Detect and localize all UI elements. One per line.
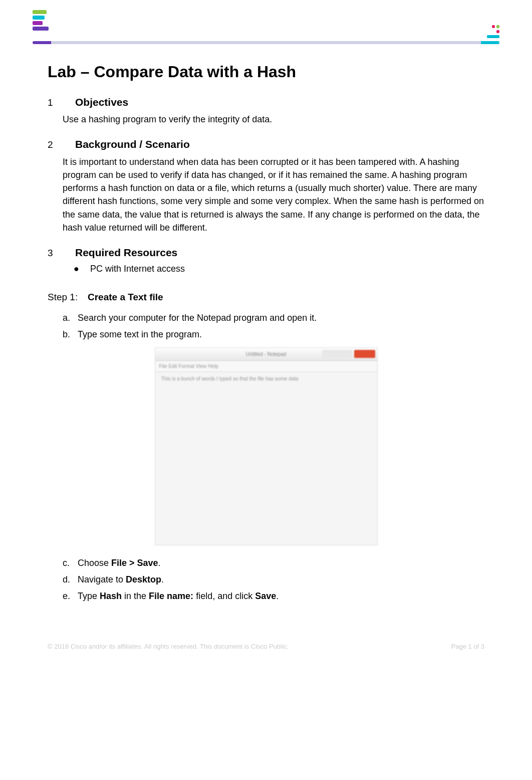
page-footer: © 2016 Cisco and/or its affiliates. All … xyxy=(48,643,484,650)
logo-right xyxy=(487,25,499,38)
section-number: 1 xyxy=(48,97,75,108)
step-title: Create a Text file xyxy=(88,292,163,303)
section-title: Background / Scenario xyxy=(75,138,190,150)
footer-page-number: Page 1 of 3 xyxy=(451,643,485,650)
screenshot-content: This is a bunch of words I typed so that… xyxy=(155,372,377,385)
resource-text: PC with Internet access xyxy=(90,264,185,274)
section-resources-header: 3 Required Resources xyxy=(48,247,484,259)
step-item-d: d. Navigate to Desktop. xyxy=(63,574,484,585)
page-title: Lab – Compare Data with a Hash xyxy=(48,63,484,81)
screenshot-titlebar: Untitled - Notepad xyxy=(155,348,377,361)
item-text: Type Hash in the File name: field, and c… xyxy=(78,591,279,602)
document-header xyxy=(48,10,484,45)
background-body: It is important to understand when data … xyxy=(63,155,484,234)
item-text: Navigate to Desktop. xyxy=(78,574,164,585)
section-background-header: 2 Background / Scenario xyxy=(48,138,484,150)
section-number: 2 xyxy=(48,139,75,150)
item-letter: e. xyxy=(63,591,78,602)
section-title: Required Resources xyxy=(75,247,177,259)
item-text: Search your computer for the Notepad pro… xyxy=(78,313,317,323)
objectives-body: Use a hashing program to verify the inte… xyxy=(63,113,484,126)
item-letter: a. xyxy=(63,313,78,323)
section-number: 3 xyxy=(48,248,75,259)
item-letter: b. xyxy=(63,329,78,340)
item-letter: d. xyxy=(63,574,78,585)
window-minmax-icon xyxy=(322,350,352,358)
step-item-b: b. Type some text in the program. xyxy=(63,329,484,340)
step-item-c: c. Choose File > Save. xyxy=(63,558,484,568)
step-1-header: Step 1: Create a Text file xyxy=(48,292,484,303)
step-item-e: e. Type Hash in the File name: field, an… xyxy=(63,591,484,602)
window-close-icon xyxy=(354,350,375,358)
section-objectives-header: 1 Objectives xyxy=(48,96,484,108)
item-text: Choose File > Save. xyxy=(78,558,161,568)
screenshot-menubar: File Edit Format View Help xyxy=(155,361,377,372)
notepad-screenshot: Untitled - Notepad File Edit Format View… xyxy=(155,347,378,545)
header-divider xyxy=(33,41,499,44)
bullet-icon: ● xyxy=(63,264,90,274)
section-title: Objectives xyxy=(75,96,128,108)
item-text: Type some text in the program. xyxy=(78,329,202,340)
footer-copyright: © 2016 Cisco and/or its affiliates. All … xyxy=(48,643,289,650)
step-item-a: a. Search your computer for the Notepad … xyxy=(63,313,484,323)
resource-bullet: ● PC with Internet access xyxy=(63,264,484,274)
item-letter: c. xyxy=(63,558,78,568)
step-label: Step 1: xyxy=(48,292,88,303)
logo-left xyxy=(33,10,49,31)
